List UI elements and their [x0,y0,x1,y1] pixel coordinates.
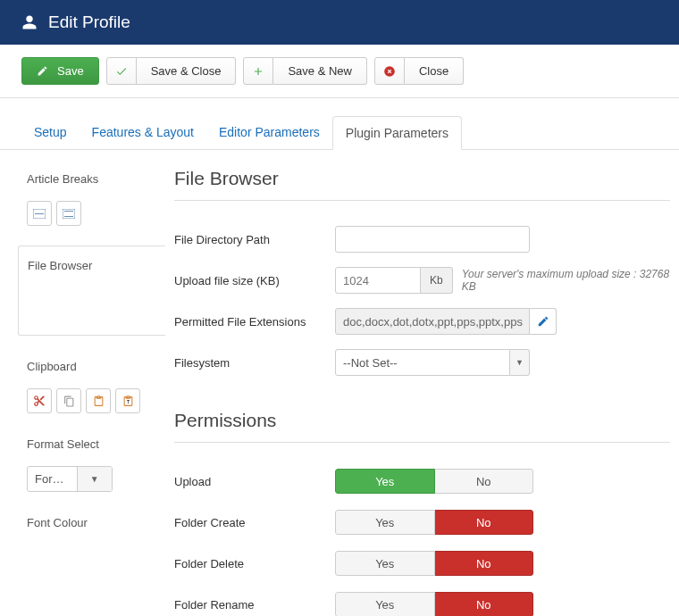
perm-folder-create-yes[interactable]: Yes [335,510,435,535]
save-new-label: Save & New [273,57,367,85]
perm-folder-delete-toggle: Yes No [335,551,533,576]
close-label: Close [405,57,464,85]
tab-setup[interactable]: Setup [21,116,80,149]
paste-icon[interactable] [86,388,111,413]
svg-rect-2 [35,213,44,214]
save-label: Save [57,64,84,78]
check-icon [115,65,128,78]
plus-icon [252,65,264,78]
toolbar: Save Save & Close Save & New Close [0,45,679,98]
plugin-sidebar: Article Breaks File Browser Clipboard T … [18,150,165,616]
filesystem-select[interactable]: --Not Set-- ▼ [335,349,530,376]
file-dir-path-input[interactable] [335,226,530,253]
tabs: Setup Features & Layout Editor Parameter… [0,116,679,150]
perm-folder-delete-label: Folder Delete [174,557,335,570]
perm-ext-label: Permitted File Extensions [174,315,335,329]
perm-folder-rename-no[interactable]: No [435,592,534,616]
svg-rect-5 [64,216,73,217]
close-button[interactable]: Close [374,57,464,85]
format-select-value: Format S… [28,467,77,491]
sidebar-font-colour[interactable]: Font Colour [18,512,165,534]
upload-size-suffix: Kb [421,267,453,294]
main-panel: File Browser File Directory Path Upload … [165,150,670,616]
edit-icon [537,315,549,328]
paste-text-icon[interactable]: T [115,388,140,413]
tab-features[interactable]: Features & Layout [80,116,206,149]
tab-plugin[interactable]: Plugin Parameters [332,116,462,150]
cut-icon[interactable] [27,388,52,413]
sidebar-format-select[interactable]: Format Select [18,433,165,455]
perm-upload-yes[interactable]: Yes [335,469,435,494]
perm-folder-create-label: Folder Create [174,516,335,529]
pagebreak-icon[interactable] [56,201,81,226]
save-new-button[interactable]: Save & New [243,57,367,85]
upload-size-hint: Your server's maximum upload size : 3276… [462,268,670,293]
file-browser-heading: File Browser [174,168,670,189]
perm-ext-input[interactable]: doc,docx,dot,dotx,ppt,pps,pptx,pps [335,308,530,335]
copy-icon[interactable] [56,388,81,413]
upload-size-input[interactable] [335,267,421,294]
svg-text:T: T [127,400,130,404]
chevron-down-icon: ▼ [510,349,530,376]
perm-folder-delete-yes[interactable]: Yes [335,551,435,576]
readmore-icon[interactable] [27,201,52,226]
perm-folder-delete-no[interactable]: No [435,551,534,576]
perm-folder-rename-label: Folder Rename [174,598,335,612]
edit-icon [37,65,48,77]
perm-ext-edit-button[interactable] [530,308,557,335]
svg-rect-4 [64,211,73,212]
caret-icon: ▼ [77,467,113,491]
file-dir-path-label: File Directory Path [174,233,335,246]
sidebar-clipboard[interactable]: Clipboard [18,355,165,378]
permissions-heading: Permissions [174,410,670,431]
svg-rect-3 [63,209,75,219]
perm-folder-create-toggle: Yes No [335,510,533,535]
perm-upload-toggle: Yes No [335,469,533,494]
tab-editor[interactable]: Editor Parameters [206,116,332,149]
sidebar-article-breaks[interactable]: Article Breaks [18,168,165,190]
perm-upload-no[interactable]: No [435,469,534,494]
save-close-label: Save & Close [137,57,237,85]
perm-folder-create-no[interactable]: No [435,510,534,535]
page-header: Edit Profile [0,0,679,45]
perm-folder-rename-toggle: Yes No [335,592,533,616]
format-select-dropdown[interactable]: Format S… ▼ [27,466,113,492]
close-icon [383,65,396,78]
perm-upload-label: Upload [174,475,335,488]
perm-folder-rename-yes[interactable]: Yes [335,592,435,616]
filesystem-value: --Not Set-- [335,349,510,376]
filesystem-label: Filesystem [174,356,335,370]
page-title: Edit Profile [48,12,130,32]
upload-size-label: Upload file size (KB) [174,274,335,287]
sidebar-file-browser[interactable]: File Browser [18,246,165,336]
save-close-button[interactable]: Save & Close [106,57,237,85]
user-icon [21,14,38,30]
save-button[interactable]: Save [21,57,99,85]
